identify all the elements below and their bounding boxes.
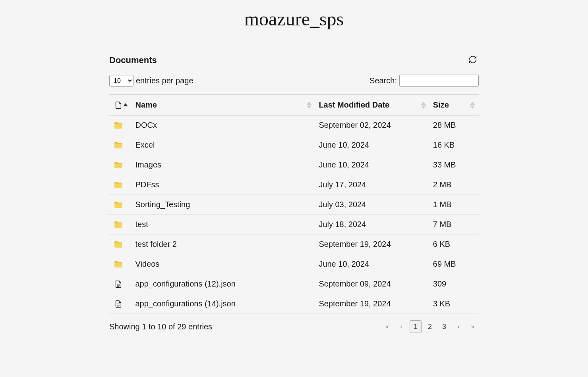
cell-size: 28 MB [430, 115, 479, 135]
column-header-size[interactable]: Size [430, 95, 479, 115]
cell-date: September 02, 2024 [315, 115, 429, 135]
documents-table: Name Last Modified Date Size DOCxSeptemb… [109, 94, 479, 314]
file-icon [114, 280, 129, 289]
sort-icon [470, 102, 475, 109]
cell-size: 33 MB [430, 155, 479, 175]
cell-name: test [132, 215, 315, 235]
file-icon [114, 300, 129, 308]
sort-icon [307, 102, 311, 109]
folder-icon [114, 122, 129, 129]
table-row[interactable]: PDFssJuly 17, 20242 MB [109, 175, 479, 195]
cell-date: July 18, 2024 [315, 215, 429, 235]
cell-date: July 17, 2024 [315, 175, 429, 195]
search-label: Search: [369, 76, 397, 85]
cell-name: app_configurations (14).json [132, 294, 315, 314]
cell-name: Sorting_Testing [132, 195, 315, 215]
page-prev-button[interactable]: ‹ [395, 320, 407, 333]
page-first-button[interactable]: « [381, 320, 393, 333]
page-number-button[interactable]: 2 [424, 320, 436, 333]
cell-size: 1 MB [430, 195, 479, 215]
column-header-date[interactable]: Last Modified Date [315, 95, 429, 115]
refresh-icon [468, 55, 477, 65]
cell-date: September 19, 2024 [315, 294, 429, 314]
cell-name: PDFss [132, 175, 315, 195]
sort-asc-icon [123, 103, 128, 107]
table-row[interactable]: app_configurations (12).jsonSeptember 09… [109, 274, 479, 294]
cell-name: Excel [132, 135, 315, 155]
cell-size: 16 KB [430, 135, 479, 155]
folder-icon [114, 201, 129, 208]
cell-date: June 10, 2024 [315, 254, 429, 274]
cell-date: September 19, 2024 [315, 235, 429, 254]
cell-size: 7 MB [430, 215, 479, 235]
folder-icon [114, 221, 129, 228]
page-number-button[interactable]: 3 [438, 320, 450, 333]
section-title: Documents [109, 55, 157, 65]
page-title: moazure_sps [0, 8, 588, 30]
cell-date: June 10, 2024 [315, 155, 429, 175]
folder-icon [114, 162, 129, 169]
folder-icon [114, 261, 129, 268]
column-header-type[interactable] [109, 95, 132, 115]
cell-date: September 09, 2024 [315, 274, 429, 294]
search-input[interactable] [399, 75, 479, 87]
cell-name: Images [132, 155, 315, 175]
cell-size: 6 KB [430, 235, 479, 254]
entries-per-page-select[interactable]: 102550100 [109, 75, 133, 87]
page-number-button[interactable]: 1 [410, 320, 422, 333]
cell-size: 309 [430, 274, 479, 294]
pagination: «‹123›» [381, 320, 479, 333]
table-status: Showing 1 to 10 of 29 entries [109, 322, 212, 331]
column-header-name[interactable]: Name [132, 95, 315, 115]
cell-name: Videos [132, 254, 315, 274]
folder-icon [114, 181, 129, 188]
table-row[interactable]: VideosJune 10, 202469 MB [109, 254, 479, 274]
folder-icon [114, 142, 129, 149]
cell-name: test folder 2 [132, 235, 315, 254]
cell-size: 2 MB [430, 175, 479, 195]
table-row[interactable]: ExcelJune 10, 202416 KB [109, 135, 479, 155]
entries-label: entries per page [136, 76, 193, 85]
page-next-button[interactable]: › [453, 320, 464, 333]
cell-name: DOCx [132, 115, 315, 135]
folder-icon [114, 241, 129, 248]
cell-size: 69 MB [430, 254, 479, 274]
table-row[interactable]: app_configurations (14).jsonSeptember 19… [109, 294, 479, 314]
table-row[interactable]: DOCxSeptember 02, 202428 MB [109, 115, 479, 135]
table-row[interactable]: testJuly 18, 20247 MB [109, 215, 479, 235]
cell-name: app_configurations (12).json [132, 274, 315, 294]
cell-date: June 10, 2024 [315, 135, 429, 155]
table-row[interactable]: test folder 2September 19, 20246 KB [109, 235, 479, 254]
table-row[interactable]: ImagesJune 10, 202433 MB [109, 155, 479, 175]
cell-size: 3 KB [430, 294, 479, 314]
sort-icon [421, 102, 426, 109]
page-last-button[interactable]: » [467, 320, 479, 333]
table-row[interactable]: Sorting_TestingJuly 03, 20241 MB [109, 195, 479, 215]
cell-date: July 03, 2024 [315, 195, 429, 215]
refresh-button[interactable] [467, 54, 479, 67]
